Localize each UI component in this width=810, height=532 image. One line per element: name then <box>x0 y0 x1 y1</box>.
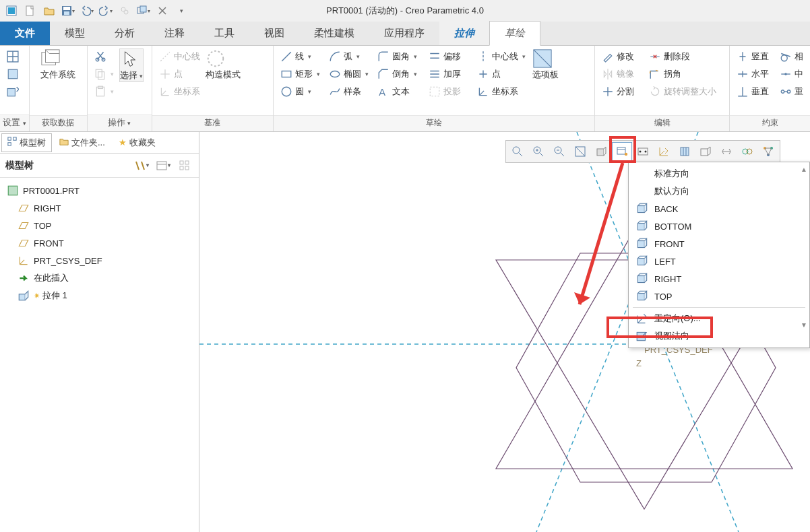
menu-scroll-up[interactable]: ▲ <box>800 165 808 173</box>
tree-top[interactable]: TOP <box>3 217 196 234</box>
tree-csys[interactable]: PRT_CSYS_DEF <box>3 252 196 269</box>
cut-button[interactable] <box>92 48 117 65</box>
app-icon[interactable] <box>3 3 20 19</box>
construction-mode-button[interactable]: 构造模式 <box>206 48 241 81</box>
delete-seg-button[interactable]: 删除段 <box>646 48 727 65</box>
sym-button[interactable]: 重 <box>777 84 806 100</box>
windows-icon[interactable]: ▾ <box>135 3 152 19</box>
csys-button[interactable]: 坐标系 <box>156 84 203 100</box>
menu-left[interactable]: LEFT <box>629 253 809 270</box>
perspective-button[interactable] <box>695 142 716 161</box>
new-icon[interactable] <box>22 3 39 19</box>
rotate-resize-button[interactable]: 旋转调整大小 <box>646 84 727 100</box>
chamfer-button[interactable]: 倒角▾ <box>375 66 423 82</box>
select-button[interactable]: 选择 ▾ <box>119 48 144 82</box>
save-icon[interactable]: ▾ <box>59 3 77 19</box>
thicken-button[interactable]: 加厚 <box>426 66 472 82</box>
layers-button[interactable] <box>737 142 757 161</box>
ellipse-button[interactable]: 椭圆▾ <box>326 66 372 82</box>
view-manager-button[interactable] <box>633 142 653 161</box>
menu-standard-orientation[interactable]: 标准方向 <box>629 165 809 182</box>
arc-button[interactable]: 弧▾ <box>326 48 372 65</box>
zoom-in-button[interactable] <box>528 142 549 161</box>
menu-right[interactable]: RIGHT <box>629 270 809 288</box>
tab-flex[interactable]: 柔性建模 <box>299 22 369 45</box>
tab-favorites[interactable]: ★收藏夹 <box>113 133 162 152</box>
display-style-button[interactable] <box>591 142 611 161</box>
spline-button[interactable]: 样条 <box>326 84 372 100</box>
tree-front[interactable]: FRONT <box>3 234 196 252</box>
tab-folders[interactable]: 文件夹... <box>53 133 111 152</box>
circle-button[interactable]: 圆▾ <box>278 84 323 100</box>
spin-center-button[interactable] <box>675 142 695 161</box>
tree-insert-here[interactable]: 在此插入 <box>3 269 196 287</box>
menu-front[interactable]: FRONT <box>629 235 809 253</box>
refit-button[interactable] <box>570 142 590 161</box>
tab-tools[interactable]: 工具 <box>199 22 249 45</box>
divide-button[interactable]: 分割 <box>599 84 644 100</box>
palette-button[interactable]: 选项板 <box>532 48 559 81</box>
line-button[interactable]: 线▾ <box>278 48 323 65</box>
filesystem-button[interactable]: 文件系统 <box>40 48 75 81</box>
modify-button[interactable]: 修改 <box>599 48 644 65</box>
qat-dropdown-icon[interactable]: ▾ <box>173 3 190 19</box>
zoom-fit-button[interactable] <box>507 142 528 161</box>
redo-icon[interactable]: ▾ <box>97 3 115 19</box>
horizontal-button[interactable]: 水平 <box>734 66 774 82</box>
regen-icon[interactable] <box>116 3 133 19</box>
rect-button[interactable]: 矩形▾ <box>278 66 323 82</box>
menu-scroll-down[interactable]: ▼ <box>800 321 808 329</box>
c-csys-button[interactable]: 坐标系 <box>474 84 530 100</box>
copy-button[interactable]: ▾ <box>92 66 117 82</box>
midpoint-button[interactable]: 中 <box>777 66 806 82</box>
offset-button[interactable]: 偏移 <box>426 48 472 65</box>
tree-show-btn[interactable] <box>176 157 193 174</box>
tab-model[interactable]: 模型 <box>50 22 100 45</box>
tree-root[interactable]: PRT0001.PRT <box>3 182 196 199</box>
menu-reorient[interactable]: 重定向(O)... <box>629 310 809 327</box>
mirror-button[interactable]: 镜像 <box>599 66 644 82</box>
perp-button[interactable]: 垂直 <box>734 84 774 100</box>
tree-settings-btn[interactable]: ▾ <box>154 157 172 174</box>
ellipse-icon <box>329 68 341 80</box>
tab-view[interactable]: 视图 <box>249 22 299 45</box>
graphics-canvas[interactable]: PRT_CSYS_DEF Z ▲ 标准方向 默认方向 BACK BOTTOM <box>199 132 810 532</box>
text-button[interactable]: A文本 <box>375 84 423 100</box>
tangent-button[interactable]: 相 <box>777 48 806 65</box>
tree-right[interactable]: RIGHT <box>3 199 196 217</box>
model-tree-toggle[interactable] <box>758 142 778 161</box>
point-button[interactable]: 点 <box>156 66 203 82</box>
saved-views-button[interactable] <box>612 142 632 161</box>
tab-file[interactable]: 文件 <box>0 22 50 45</box>
tab-sketch[interactable]: 草绘 <box>489 21 540 46</box>
setting-ref-btn[interactable] <box>4 66 22 82</box>
undo-icon[interactable]: ▾ <box>78 3 96 19</box>
tab-model-tree[interactable]: 模型树 <box>1 133 52 152</box>
tab-extrude[interactable]: 拉伸 <box>439 22 489 45</box>
open-icon[interactable] <box>40 3 58 19</box>
centerline-button[interactable]: 中心线 <box>156 48 203 65</box>
menu-top[interactable]: TOP <box>629 288 809 305</box>
paste-button[interactable]: ▾ <box>92 84 117 100</box>
tree-tools-btn[interactable]: ▾ <box>133 157 150 174</box>
tab-apps[interactable]: 应用程序 <box>369 22 439 45</box>
tab-analysis[interactable]: 分析 <box>100 22 150 45</box>
fillet-button[interactable]: 圆角▾ <box>375 48 423 65</box>
c-point-button[interactable]: 点 <box>474 66 530 82</box>
c-centerline-button[interactable]: 中心线▾ <box>474 48 530 65</box>
menu-bottom[interactable]: BOTTOM <box>629 218 809 235</box>
annotations-button[interactable] <box>716 142 737 161</box>
tab-annotate[interactable]: 注释 <box>150 22 199 45</box>
zoom-out-button[interactable] <box>549 142 569 161</box>
project-button[interactable]: 投影 <box>426 84 472 100</box>
close-icon[interactable] <box>154 3 171 19</box>
menu-back[interactable]: BACK <box>629 200 809 218</box>
vertical-button[interactable]: 竖直 <box>734 48 774 65</box>
menu-default-orientation[interactable]: 默认方向 <box>629 182 809 200</box>
datum-display-button[interactable] <box>654 142 674 161</box>
corner-button[interactable]: 拐角 <box>646 66 727 82</box>
setting-import-btn[interactable] <box>4 84 22 100</box>
menu-view-normal[interactable]: 视图法向 <box>629 327 809 345</box>
tree-extrude[interactable]: ✷拉伸 1 <box>3 287 196 304</box>
setting-grid-btn[interactable] <box>4 48 22 65</box>
